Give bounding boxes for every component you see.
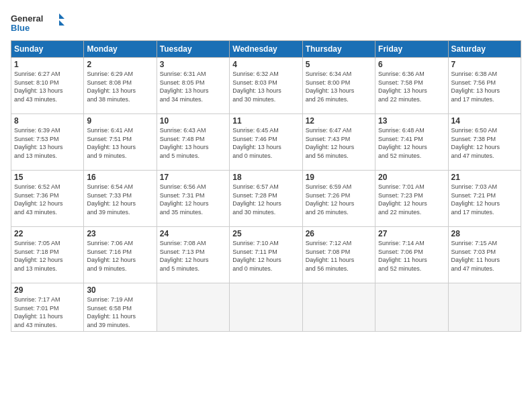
calendar-day: 27Sunrise: 7:14 AM Sunset: 7:06 PM Dayli… [375,227,448,283]
svg-text:General: General [11,13,43,24]
calendar-day: 4Sunrise: 6:32 AM Sunset: 8:03 PM Daylig… [230,58,302,114]
day-number: 22 [14,229,81,238]
weekday-header-saturday: Saturday [448,41,521,58]
calendar-header-row: SundayMondayTuesdayWednesdayThursdayFrid… [11,41,521,58]
day-info: Sunrise: 6:38 AM Sunset: 7:56 PM Dayligh… [451,70,518,103]
day-number: 8 [14,116,81,126]
day-info: Sunrise: 6:56 AM Sunset: 7:31 PM Dayligh… [160,183,226,216]
calendar-day: 6Sunrise: 6:36 AM Sunset: 7:58 PM Daylig… [375,58,448,114]
day-info: Sunrise: 6:36 AM Sunset: 7:58 PM Dayligh… [378,70,445,103]
day-number: 26 [306,229,372,238]
day-info: Sunrise: 6:52 AM Sunset: 7:36 PM Dayligh… [14,183,81,216]
day-number: 4 [232,60,299,69]
calendar-day: 14Sunrise: 6:50 AM Sunset: 7:38 PM Dayli… [448,114,521,171]
day-info: Sunrise: 6:31 AM Sunset: 8:05 PM Dayligh… [160,70,226,103]
weekday-header-sunday: Sunday [11,41,84,58]
day-info: Sunrise: 6:41 AM Sunset: 7:51 PM Dayligh… [87,126,153,160]
calendar-day: 12Sunrise: 6:47 AM Sunset: 7:43 PM Dayli… [302,114,375,171]
day-number: 10 [160,116,226,126]
calendar-day: 20Sunrise: 7:01 AM Sunset: 7:23 PM Dayli… [375,171,448,227]
day-number: 14 [451,116,518,126]
svg-marker-3 [59,20,64,26]
day-number: 19 [306,173,372,182]
day-number: 12 [306,116,372,126]
calendar-week-2: 8Sunrise: 6:39 AM Sunset: 7:53 PM Daylig… [11,114,521,171]
calendar-week-4: 22Sunrise: 7:05 AM Sunset: 7:18 PM Dayli… [11,227,521,283]
calendar-table: SundayMondayTuesdayWednesdayThursdayFrid… [11,40,521,332]
day-info: Sunrise: 6:54 AM Sunset: 7:33 PM Dayligh… [87,183,153,216]
day-info: Sunrise: 7:05 AM Sunset: 7:18 PM Dayligh… [14,239,81,273]
day-info: Sunrise: 7:01 AM Sunset: 7:23 PM Dayligh… [378,183,445,216]
day-number: 1 [14,60,81,69]
calendar-week-5: 29Sunrise: 7:17 AM Sunset: 7:01 PM Dayli… [11,283,521,332]
day-number: 13 [378,116,445,126]
day-info: Sunrise: 6:29 AM Sunset: 8:08 PM Dayligh… [87,70,153,103]
calendar-day: 1Sunrise: 6:27 AM Sunset: 8:10 PM Daylig… [11,58,84,114]
day-number: 2 [87,60,153,69]
weekday-header-monday: Monday [84,41,157,58]
calendar-day [157,283,229,332]
svg-marker-2 [59,13,64,19]
calendar-day [302,283,375,332]
day-number: 17 [160,173,226,182]
day-info: Sunrise: 7:12 AM Sunset: 7:08 PM Dayligh… [306,239,372,273]
day-info: Sunrise: 6:57 AM Sunset: 7:28 PM Dayligh… [232,183,299,216]
day-number: 5 [306,60,372,69]
calendar-day: 9Sunrise: 6:41 AM Sunset: 7:51 PM Daylig… [84,114,157,171]
day-number: 27 [378,229,445,238]
day-info: Sunrise: 6:32 AM Sunset: 8:03 PM Dayligh… [232,70,299,103]
calendar-day: 5Sunrise: 6:34 AM Sunset: 8:00 PM Daylig… [302,58,375,114]
calendar-day: 15Sunrise: 6:52 AM Sunset: 7:36 PM Dayli… [11,171,84,227]
calendar-day: 11Sunrise: 6:45 AM Sunset: 7:46 PM Dayli… [230,114,302,171]
calendar-day: 8Sunrise: 6:39 AM Sunset: 7:53 PM Daylig… [11,114,84,171]
calendar-day: 29Sunrise: 7:17 AM Sunset: 7:01 PM Dayli… [11,283,84,332]
day-info: Sunrise: 7:19 AM Sunset: 6:58 PM Dayligh… [87,295,153,329]
day-number: 15 [14,173,81,182]
calendar-day: 10Sunrise: 6:43 AM Sunset: 7:48 PM Dayli… [157,114,229,171]
day-info: Sunrise: 7:03 AM Sunset: 7:21 PM Dayligh… [451,183,518,216]
day-number: 29 [14,285,81,295]
day-number: 20 [378,173,445,182]
day-info: Sunrise: 6:47 AM Sunset: 7:43 PM Dayligh… [306,126,372,160]
day-number: 16 [87,173,153,182]
calendar-day: 17Sunrise: 6:56 AM Sunset: 7:31 PM Dayli… [157,171,229,227]
day-number: 21 [451,173,518,182]
calendar-day: 22Sunrise: 7:05 AM Sunset: 7:18 PM Dayli… [11,227,84,283]
page-header: General Blue [11,11,521,35]
calendar-day: 25Sunrise: 7:10 AM Sunset: 7:11 PM Dayli… [230,227,302,283]
logo-svg: General Blue [11,11,64,35]
weekday-header-thursday: Thursday [302,41,375,58]
weekday-header-tuesday: Tuesday [157,41,229,58]
day-number: 23 [87,229,153,238]
day-info: Sunrise: 6:34 AM Sunset: 8:00 PM Dayligh… [306,70,372,103]
calendar-day: 24Sunrise: 7:08 AM Sunset: 7:13 PM Dayli… [157,227,229,283]
day-number: 9 [87,116,153,126]
weekday-header-friday: Friday [375,41,448,58]
day-number: 25 [232,229,299,238]
day-info: Sunrise: 6:45 AM Sunset: 7:46 PM Dayligh… [232,126,299,160]
day-number: 11 [232,116,299,126]
calendar-week-1: 1Sunrise: 6:27 AM Sunset: 8:10 PM Daylig… [11,58,521,114]
day-info: Sunrise: 7:06 AM Sunset: 7:16 PM Dayligh… [87,239,153,273]
logo: General Blue [11,11,64,35]
day-info: Sunrise: 7:17 AM Sunset: 7:01 PM Dayligh… [14,295,81,329]
calendar-day: 3Sunrise: 6:31 AM Sunset: 8:05 PM Daylig… [157,58,229,114]
calendar-day: 7Sunrise: 6:38 AM Sunset: 7:56 PM Daylig… [448,58,521,114]
calendar-day: 18Sunrise: 6:57 AM Sunset: 7:28 PM Dayli… [230,171,302,227]
day-info: Sunrise: 7:14 AM Sunset: 7:06 PM Dayligh… [378,239,445,273]
day-info: Sunrise: 6:39 AM Sunset: 7:53 PM Dayligh… [14,126,81,160]
calendar-day: 2Sunrise: 6:29 AM Sunset: 8:08 PM Daylig… [84,58,157,114]
day-info: Sunrise: 6:48 AM Sunset: 7:41 PM Dayligh… [378,126,445,160]
calendar-day [375,283,448,332]
calendar-day: 23Sunrise: 7:06 AM Sunset: 7:16 PM Dayli… [84,227,157,283]
day-number: 30 [87,285,153,295]
day-number: 24 [160,229,226,238]
day-number: 7 [451,60,518,69]
day-info: Sunrise: 6:27 AM Sunset: 8:10 PM Dayligh… [14,70,81,103]
day-info: Sunrise: 6:59 AM Sunset: 7:26 PM Dayligh… [306,183,372,216]
calendar-day: 21Sunrise: 7:03 AM Sunset: 7:21 PM Dayli… [448,171,521,227]
day-number: 6 [378,60,445,69]
day-number: 18 [232,173,299,182]
day-info: Sunrise: 7:10 AM Sunset: 7:11 PM Dayligh… [232,239,299,273]
svg-text:Blue: Blue [11,23,30,33]
